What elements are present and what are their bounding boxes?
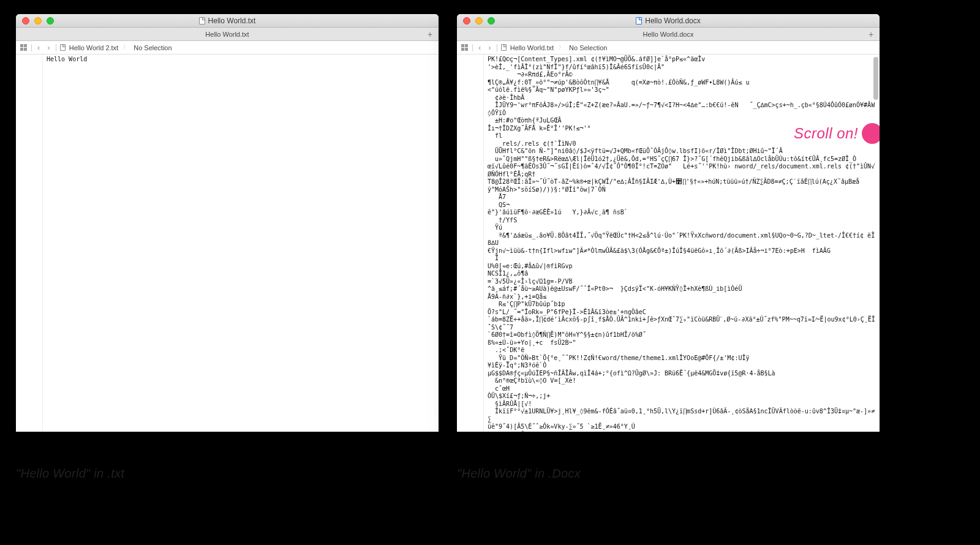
nav-back-button[interactable]: ‹ [36,43,42,52]
code-content[interactable]: Hello World [43,55,439,432]
title-text: Hello World.txt [208,17,256,25]
titlebar[interactable]: Hello World.docx [457,14,880,28]
annotation-marker-icon [862,123,880,144]
related-items-icon[interactable] [20,43,28,51]
chevron-right-icon: 〉 [557,43,565,51]
close-icon[interactable] [463,17,470,24]
tabbar: Hello World.txt + [16,28,439,41]
divider [497,44,497,51]
scrollbar-thumb[interactable] [873,57,878,100]
caption-left: "Hello World" in .txt [16,467,124,481]
breadcrumb-file[interactable]: Hello World.txt [510,44,554,51]
divider [56,44,56,51]
titlebar[interactable]: Hello World.txt [16,14,439,28]
gutter [457,55,484,432]
editor-area: Hello World [16,55,439,432]
zoom-icon[interactable] [488,17,495,24]
tabbar: Hello World.docx + [457,28,880,41]
breadcrumb-selection: No Selection [569,44,607,51]
divider [472,44,473,51]
divider [31,44,32,51]
window-title: Hello World.docx [636,17,700,25]
window-controls [16,17,54,24]
document-icon [60,44,66,51]
nav-forward-button[interactable]: › [45,43,51,52]
zoom-icon[interactable] [47,17,54,24]
window-title: Hello World.txt [199,17,256,25]
window-controls [457,17,495,24]
caption-right: "Hello World" in .Docx [457,467,581,481]
breadcrumb-selection: No Selection [134,44,172,51]
editor-area: PK!£Q©ç¬[Content_Types].xml ¢(†¥ìMO¬@ÜÖ&… [457,55,880,432]
gutter [16,55,43,432]
document-icon [199,17,205,24]
related-items-icon[interactable] [461,43,469,51]
close-icon[interactable] [22,17,29,24]
annotation-text: Scroll on! [794,125,858,142]
annotation: Scroll on! [794,123,880,144]
new-tab-button[interactable]: + [424,28,436,40]
document-icon [501,44,507,51]
code-content[interactable]: PK!£Q©ç¬[Content_Types].xml ¢(†¥ìMO¬@ÜÖ&… [484,55,880,432]
breadcrumb-file[interactable]: Hello World 2.txt [69,44,119,51]
nav-back-button[interactable]: ‹ [477,43,483,52]
document-icon [636,17,642,24]
tab-label[interactable]: Hello World.txt [205,31,249,38]
editor-window-txt: Hello World.txt Hello World.txt + ‹ › He… [16,14,439,432]
minimize-icon[interactable] [34,17,42,24]
breadcrumb-bar: ‹ › Hello World 2.txt 〉 No Selection [16,41,439,55]
nav-forward-button[interactable]: › [486,43,492,52]
new-tab-button[interactable]: + [865,28,877,40]
chevron-right-icon: 〉 [122,43,130,51]
minimize-icon[interactable] [475,17,483,24]
breadcrumb-bar: ‹ › Hello World.txt 〉 No Selection [457,41,880,55]
editor-window-docx: Hello World.docx Hello World.docx + ‹ › … [457,14,880,432]
tab-label[interactable]: Hello World.docx [643,31,694,38]
title-text: Hello World.docx [645,17,700,25]
